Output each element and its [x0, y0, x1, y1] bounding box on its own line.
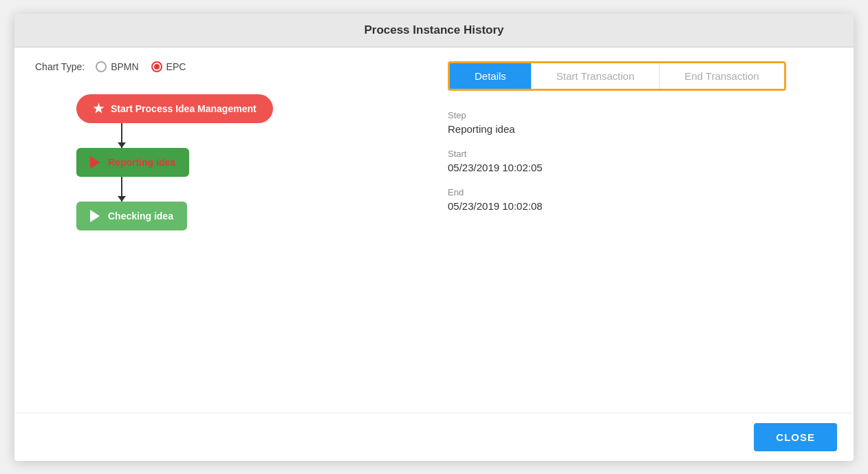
tab-start-transaction[interactable]: Start Transaction	[532, 63, 659, 89]
step-value: Reporting idea	[448, 123, 833, 135]
left-panel: Chart Type: BPMN EPC ★ Start	[14, 47, 427, 413]
radio-circle-epc	[151, 61, 162, 72]
detail-step: Step Reporting idea	[448, 110, 833, 135]
modal-container: Process Instance History Chart Type: BPM…	[14, 14, 854, 461]
close-button[interactable]: CLOSE	[754, 423, 837, 451]
detail-end: End 05/23/2019 10:02:08	[448, 187, 833, 212]
node-task-checking[interactable]: Checking idea	[76, 202, 187, 230]
play-icon-checking	[90, 210, 100, 222]
modal-title: Process Instance History	[364, 23, 503, 36]
modal-header: Process Instance History	[14, 14, 854, 47]
chart-type-row: Chart Type: BPMN EPC	[35, 61, 406, 72]
end-label: End	[448, 187, 833, 197]
radio-epc[interactable]: EPC	[151, 61, 186, 72]
node-task-reporting-label: Reporting idea	[108, 157, 175, 168]
chart-type-label: Chart Type:	[35, 61, 85, 72]
end-value: 05/23/2019 10:02:08	[448, 200, 833, 212]
radio-circle-bpmn	[96, 61, 107, 72]
connector-1	[121, 123, 122, 148]
details-section: Step Reporting idea Start 05/23/2019 10:…	[448, 110, 833, 212]
start-value: 05/23/2019 10:02:05	[448, 162, 833, 173]
step-label: Step	[448, 110, 833, 120]
node-task-reporting[interactable]: Reporting idea	[76, 148, 189, 177]
node-start[interactable]: ★ Start Process Idea Management	[76, 94, 273, 123]
node-task-checking-label: Checking idea	[108, 211, 173, 222]
modal-footer: CLOSE	[14, 413, 854, 461]
right-panel: Details Start Transaction End Transactio…	[427, 47, 854, 413]
detail-start: Start 05/23/2019 10:02:05	[448, 149, 833, 173]
tab-end-transaction[interactable]: End Transaction	[660, 63, 783, 89]
radio-label-epc: EPC	[166, 61, 186, 72]
diagram-area: ★ Start Process Idea Management Reportin…	[35, 94, 406, 230]
tabs-row: Details Start Transaction End Transactio…	[448, 61, 786, 91]
radio-bpmn[interactable]: BPMN	[96, 61, 138, 72]
start-label: Start	[448, 149, 833, 159]
tab-details[interactable]: Details	[450, 63, 531, 89]
radio-group: BPMN EPC	[96, 61, 186, 72]
modal-body: Chart Type: BPMN EPC ★ Start	[14, 47, 854, 413]
connector-2	[121, 177, 122, 202]
node-start-label: Start Process Idea Management	[111, 103, 257, 114]
radio-label-bpmn: BPMN	[111, 61, 138, 72]
star-icon: ★	[93, 101, 104, 116]
play-icon-reporting	[90, 156, 100, 169]
